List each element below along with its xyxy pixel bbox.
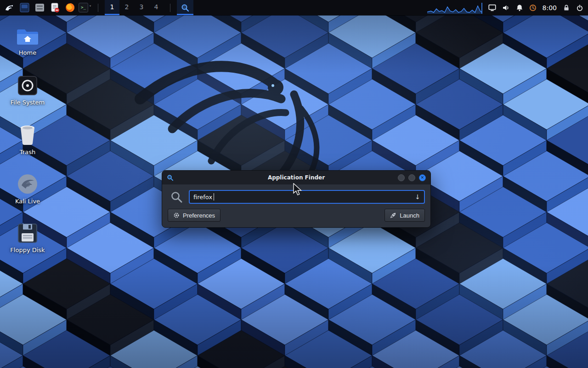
- dark-app-icon: [20, 3, 29, 12]
- desktop-icon-label: Home: [19, 49, 36, 56]
- search-input[interactable]: firefox ↓: [189, 190, 425, 204]
- power-icon[interactable]: [576, 4, 583, 12]
- gear-icon: [173, 212, 180, 218]
- home-folder-icon: [17, 26, 39, 46]
- dropdown-arrow-icon[interactable]: ↓: [415, 193, 420, 201]
- notifications-bell-icon[interactable]: [516, 4, 523, 12]
- desktop-icon-label: Floppy Disk: [10, 247, 45, 253]
- launch-icon: [390, 212, 396, 218]
- firefox-launcher[interactable]: [63, 0, 76, 15]
- titlebar[interactable]: Application Finder ✕: [162, 171, 430, 184]
- dark-app-launcher[interactable]: [18, 0, 31, 15]
- application-finder-window: Application Finder ✕ firefox ↓: [162, 170, 431, 228]
- finder-body: firefox ↓ Preferences: [162, 184, 430, 227]
- lock-icon[interactable]: [563, 4, 570, 12]
- desktop-icon-kali-live[interactable]: Kali Live: [6, 173, 50, 205]
- top-panel: >_ ˅ 1 2 3 4: [0, 0, 588, 15]
- window-title: Application Finder: [162, 174, 430, 181]
- clock[interactable]: 8:00: [543, 4, 557, 12]
- desktop-icon-floppy-disk[interactable]: Floppy Disk: [6, 223, 50, 253]
- text-caret: [214, 193, 214, 201]
- network-monitor-graph[interactable]: [427, 2, 482, 14]
- text-editor-launcher[interactable]: [48, 0, 61, 15]
- preferences-button[interactable]: Preferences: [168, 209, 220, 222]
- desktop-icon-home[interactable]: Home: [6, 26, 50, 56]
- desktop: Home File System Trash Kali Live: [0, 0, 588, 368]
- kali-logo-icon: [4, 3, 14, 13]
- trash-icon: [17, 124, 38, 145]
- panel-separator: [98, 4, 98, 12]
- chevron-down-icon: ˅: [89, 5, 91, 10]
- desktop-icon-trash[interactable]: Trash: [6, 124, 50, 155]
- window-app-icon: [167, 174, 174, 181]
- terminal-icon: >_: [79, 3, 88, 12]
- workspace-2[interactable]: 2: [119, 0, 134, 15]
- launch-label: Launch: [400, 212, 419, 219]
- workspace-4[interactable]: 4: [149, 0, 164, 15]
- preferences-label: Preferences: [183, 212, 215, 219]
- workspace-switcher: 1 2 3 4: [105, 0, 164, 15]
- desktop-icon-label: File System: [11, 99, 45, 106]
- desktop-icon-label: Kali Live: [15, 198, 40, 205]
- workspace-3[interactable]: 3: [134, 0, 149, 15]
- minimize-button[interactable]: [398, 174, 405, 181]
- file-manager-launcher[interactable]: [33, 0, 46, 15]
- panel-status-area: 8:00: [427, 2, 585, 14]
- display-icon[interactable]: [488, 4, 496, 12]
- search-input-value: firefox: [193, 194, 212, 201]
- terminal-launcher[interactable]: >_ ˅: [79, 3, 91, 12]
- launch-button[interactable]: Launch: [384, 209, 425, 222]
- maximize-button[interactable]: [408, 174, 415, 181]
- update-indicator-icon[interactable]: [529, 4, 537, 12]
- panel-separator: [170, 4, 170, 12]
- firefox-icon: [65, 3, 75, 12]
- desktop-icon-label: Trash: [20, 149, 35, 155]
- kali-menu-button[interactable]: [3, 0, 16, 15]
- kali-live-disc-icon: [17, 173, 38, 195]
- desktop-icon-file-system[interactable]: File System: [6, 75, 50, 106]
- taskbar-application-finder[interactable]: [177, 0, 193, 15]
- search-icon: [170, 191, 183, 203]
- file-manager-icon: [35, 3, 45, 12]
- workspace-1[interactable]: 1: [105, 0, 119, 15]
- volume-icon[interactable]: [502, 4, 510, 12]
- file-system-icon: [17, 75, 38, 96]
- floppy-disk-icon: [17, 223, 38, 243]
- application-finder-task-icon: [181, 4, 189, 12]
- text-editor-icon: [50, 3, 60, 13]
- close-button[interactable]: ✕: [419, 174, 426, 181]
